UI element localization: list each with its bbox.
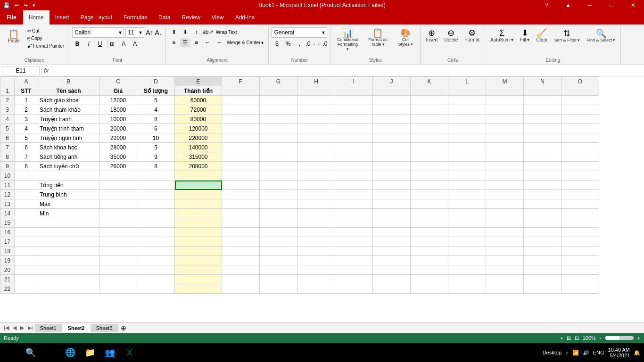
cell-C11[interactable]	[99, 181, 137, 190]
cell-J16[interactable]	[373, 228, 411, 237]
help-icon[interactable]: ?	[536, 0, 557, 10]
cell-J5[interactable]	[373, 124, 411, 133]
cell-J14[interactable]	[373, 209, 411, 218]
cell-M5[interactable]	[486, 124, 524, 133]
cell-F3[interactable]	[222, 105, 260, 115]
cell-C2[interactable]: 12000	[99, 96, 137, 105]
cell-D4[interactable]: 8	[137, 115, 175, 124]
cell-L6[interactable]	[448, 133, 486, 143]
cell-B20[interactable]	[38, 265, 99, 275]
cell-reference-box[interactable]: E11	[2, 66, 40, 75]
col-header-A[interactable]: A	[15, 77, 38, 86]
cell-K3[interactable]	[411, 105, 448, 115]
cell-H18[interactable]	[297, 247, 335, 256]
col-header-I[interactable]: I	[335, 77, 373, 86]
cell-D3[interactable]: 4	[137, 105, 175, 115]
cell-I15[interactable]	[335, 218, 373, 228]
cell-M18[interactable]	[486, 247, 524, 256]
row-header-17[interactable]: 17	[0, 237, 15, 247]
cell-I1[interactable]	[335, 86, 373, 96]
save-icon[interactable]: 💾	[2, 2, 11, 8]
cell-D11[interactable]	[137, 181, 175, 190]
cell-C15[interactable]	[99, 218, 137, 228]
maximize-button[interactable]: □	[601, 0, 622, 10]
row-header-18[interactable]: 18	[0, 247, 15, 256]
insert-button[interactable]: ⊕ Insert	[423, 27, 440, 44]
sheet-nav-last[interactable]: ▶|	[26, 325, 35, 331]
cell-K16[interactable]	[411, 228, 448, 237]
cell-H1[interactable]	[297, 86, 335, 96]
cell-G6[interactable]	[260, 133, 297, 143]
col-header-B[interactable]: B	[38, 77, 99, 86]
tab-formulas[interactable]: Formulas	[118, 10, 153, 25]
cell-H8[interactable]	[297, 152, 335, 162]
cell-H10[interactable]	[297, 171, 335, 181]
percent-button[interactable]: %	[283, 39, 293, 49]
cell-O15[interactable]	[561, 218, 599, 228]
cell-O20[interactable]	[561, 265, 599, 275]
cell-K22[interactable]	[411, 284, 448, 294]
row-header-3[interactable]: 3	[0, 105, 15, 115]
cell-J21[interactable]	[373, 275, 411, 284]
cell-M20[interactable]	[486, 265, 524, 275]
cell-M13[interactable]	[486, 199, 524, 209]
align-bottom-button[interactable]: ↕	[191, 27, 202, 37]
cell-A3[interactable]: 2	[15, 105, 38, 115]
cell-N6[interactable]	[524, 133, 561, 143]
cell-L5[interactable]	[448, 124, 486, 133]
cell-N4[interactable]	[524, 115, 561, 124]
increase-decimal-button[interactable]: .0→	[305, 39, 316, 49]
cell-N2[interactable]	[524, 96, 561, 105]
cell-O16[interactable]	[561, 228, 599, 237]
cell-E15[interactable]	[175, 218, 222, 228]
cell-L11[interactable]	[448, 181, 486, 190]
cell-G4[interactable]	[260, 115, 297, 124]
cell-O10[interactable]	[561, 171, 599, 181]
file-explorer-icon[interactable]: 📁	[83, 346, 97, 360]
cell-N14[interactable]	[524, 209, 561, 218]
cell-K4[interactable]	[411, 115, 448, 124]
cell-I12[interactable]	[335, 190, 373, 199]
zoom-slider[interactable]	[605, 336, 634, 340]
cell-H21[interactable]	[297, 275, 335, 284]
cell-K13[interactable]	[411, 199, 448, 209]
cell-H22[interactable]	[297, 284, 335, 294]
row-header-13[interactable]: 13	[0, 199, 15, 209]
decrease-font-button[interactable]: A↓	[155, 29, 162, 36]
cell-N19[interactable]	[524, 256, 561, 265]
cell-C20[interactable]	[99, 265, 137, 275]
cell-F16[interactable]	[222, 228, 260, 237]
cell-O6[interactable]	[561, 133, 599, 143]
wrap-text-button[interactable]: Wrap Text	[214, 27, 239, 37]
cell-E16[interactable]	[175, 228, 222, 237]
cell-A13[interactable]	[15, 199, 38, 209]
cell-M22[interactable]	[486, 284, 524, 294]
cell-C1[interactable]: Giá	[99, 86, 137, 96]
cell-D19[interactable]	[137, 256, 175, 265]
window-controls[interactable]: ? ▲ ─ □ ✕	[536, 0, 644, 10]
cell-F10[interactable]	[222, 171, 260, 181]
cell-E2[interactable]: 60000	[175, 96, 222, 105]
row-header-7[interactable]: 7	[0, 143, 15, 152]
cell-G18[interactable]	[260, 247, 297, 256]
cell-O1[interactable]	[561, 86, 599, 96]
cell-A6[interactable]: 5	[15, 133, 38, 143]
cell-J9[interactable]	[373, 162, 411, 171]
cell-K15[interactable]	[411, 218, 448, 228]
cell-O7[interactable]	[561, 143, 599, 152]
delete-button[interactable]: ⊖ Delete	[442, 27, 460, 44]
cell-K14[interactable]	[411, 209, 448, 218]
clear-button[interactable]: 🧹 Clear	[534, 27, 550, 44]
cell-G8[interactable]	[260, 152, 297, 162]
tab-add-ins[interactable]: Add-Ins	[230, 10, 260, 25]
cell-G10[interactable]	[260, 171, 297, 181]
cell-J20[interactable]	[373, 265, 411, 275]
cell-K1[interactable]	[411, 86, 448, 96]
cell-I19[interactable]	[335, 256, 373, 265]
cell-F12[interactable]	[222, 190, 260, 199]
cell-O13[interactable]	[561, 199, 599, 209]
cell-E12[interactable]	[175, 190, 222, 199]
cell-N21[interactable]	[524, 275, 561, 284]
cell-E13[interactable]	[175, 199, 222, 209]
col-header-N[interactable]: N	[524, 77, 561, 86]
